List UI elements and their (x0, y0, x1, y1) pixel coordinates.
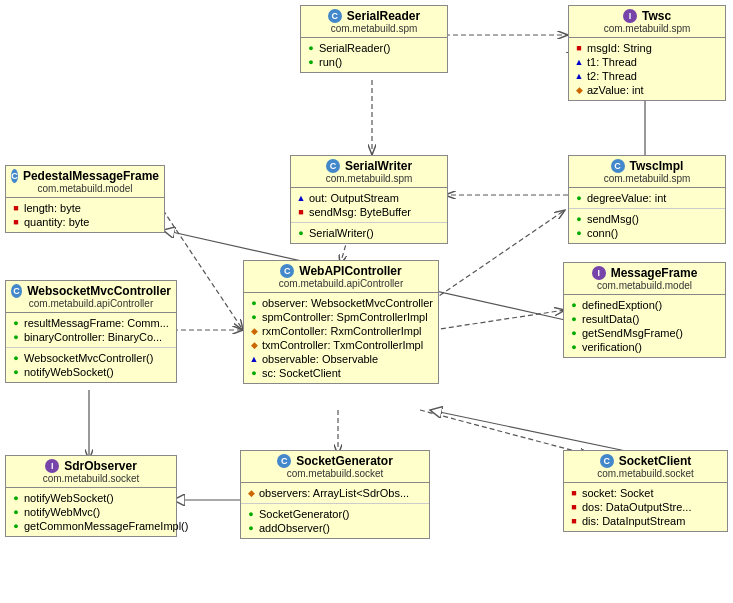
so-name: SdrObserver (64, 459, 137, 473)
member: ● notifyWebSocket() (11, 491, 171, 505)
public-icon: ● (574, 228, 584, 238)
public-icon: ● (11, 507, 21, 517)
serial-reader-methods: ● SerialReader() ● run() (301, 38, 447, 72)
sg-package: com.metabuild.socket (246, 468, 424, 479)
pmf-name: PedestalMessageFrame (23, 169, 159, 183)
member: ▲ observable: Observable (249, 352, 433, 366)
public-icon: ● (11, 521, 21, 531)
ti-fields: ● degreeValue: int (569, 188, 725, 209)
sw-fields: ▲ out: OutputStream ■ sendMsg: ByteBuffe… (291, 188, 447, 223)
sg-fields: ◆ observers: ArrayList<SdrObs... (241, 483, 429, 504)
svg-line-14 (420, 410, 590, 455)
sg-methods: ● SocketGenerator() ● addObserver() (241, 504, 429, 538)
mf-package: com.metabuild.model (569, 280, 720, 291)
member: ◆ txmController: TxmControllerImpl (249, 338, 433, 352)
class-pedestal-message-frame: C PedestalMessageFrame com.metabuild.mod… (5, 165, 165, 233)
member: ● notifyWebMvc() (11, 505, 171, 519)
member: ● binaryController: BinaryCo... (11, 330, 171, 344)
member: ▲ t2: Thread (574, 69, 720, 83)
member: ● addObserver() (246, 521, 424, 535)
public-icon: ● (574, 214, 584, 224)
public-icon: ● (11, 318, 21, 328)
wmc-name: WebsocketMvcController (27, 284, 171, 298)
member: ● verification() (569, 340, 720, 354)
member: ● resultData() (569, 312, 720, 326)
member: ◆ azValue: int (574, 83, 720, 97)
member: ■ socket: Socket (569, 486, 722, 500)
wmc-package: com.metabuild.apiController (11, 298, 171, 309)
class-sdr-observer: I SdrObserver com.metabuild.socket ● not… (5, 455, 177, 537)
twsc-fields: ■ msgId: String ▲ t1: Thread ▲ t2: Threa… (569, 38, 725, 100)
private-icon: ■ (574, 43, 584, 53)
member: ● sc: SocketClient (249, 366, 433, 380)
member: ● sendMsg() (574, 212, 720, 226)
sg-name: SocketGenerator (296, 454, 393, 468)
sw-methods: ● SerialWriter() (291, 223, 447, 243)
mf-name: MessageFrame (611, 266, 698, 280)
member: ● degreeValue: int (574, 191, 720, 205)
wmc-fields: ● resultMessagFrame: Comm... ● binaryCon… (6, 313, 176, 348)
member: ● definedExption() (569, 298, 720, 312)
package-icon: ◆ (249, 326, 259, 336)
member: ◆ observers: ArrayList<SdrObs... (246, 486, 424, 500)
class-serial-writer: C SerialWriter com.metabuild.spm ▲ out: … (290, 155, 448, 244)
package-icon: ◆ (246, 488, 256, 498)
class-twsc-impl: C TwscImpl com.metabuild.spm ● degreeVal… (568, 155, 726, 244)
twsc-name: Twsc (642, 9, 671, 23)
ti-name: TwscImpl (630, 159, 684, 173)
member: ● run() (306, 55, 442, 69)
pmf-package: com.metabuild.model (11, 183, 159, 194)
class-websocket-mvc-controller: C WebsocketMvcController com.metabuild.a… (5, 280, 177, 383)
ti-methods: ● sendMsg() ● conn() (569, 209, 725, 243)
protected-icon: ▲ (574, 71, 584, 81)
member: ● SocketGenerator() (246, 507, 424, 521)
member: ● spmController: SpmControllerImpl (249, 310, 433, 324)
public-icon: ● (249, 368, 259, 378)
member: ▲ out: OutputStream (296, 191, 442, 205)
private-icon: ■ (11, 217, 21, 227)
uml-diagram: Thread C (0, 0, 733, 603)
member: ▲ t1: Thread (574, 55, 720, 69)
member: ● SerialWriter() (296, 226, 442, 240)
member: ◆ rxmContoller: RxmControllerImpl (249, 324, 433, 338)
private-icon: ■ (569, 502, 579, 512)
svg-line-16 (430, 410, 645, 455)
public-icon: ● (569, 342, 579, 352)
public-icon: ● (574, 193, 584, 203)
pmf-fields: ■ length: byte ■ quantity: byte (6, 198, 164, 232)
public-icon: ● (11, 332, 21, 342)
class-twsc: I Twsc com.metabuild.spm ■ msgId: String… (568, 5, 726, 101)
protected-icon: ▲ (296, 193, 306, 203)
svg-line-10 (433, 310, 565, 330)
twsc-package: com.metabuild.spm (574, 23, 720, 34)
public-icon: ● (249, 298, 259, 308)
sc-name: SocketClient (619, 454, 692, 468)
public-icon: ● (569, 314, 579, 324)
member: ● notifyWebSocket() (11, 365, 171, 379)
serial-reader-name: SerialReader (347, 9, 420, 23)
member: ● getCommonMessageFrameImpl() (11, 519, 171, 533)
wac-fields: ● observer: WebsocketMvcController ● spm… (244, 293, 438, 383)
public-icon: ● (296, 228, 306, 238)
member: ■ sendMsg: ByteBuffer (296, 205, 442, 219)
sc-package: com.metabuild.socket (569, 468, 722, 479)
sc-fields: ■ socket: Socket ■ dos: DataOutputStre..… (564, 483, 727, 531)
package-icon: ◆ (249, 340, 259, 350)
public-icon: ● (569, 328, 579, 338)
public-icon: ● (246, 523, 256, 533)
public-icon: ● (306, 43, 316, 53)
member: ● WebsocketMvcController() (11, 351, 171, 365)
private-icon: ■ (569, 516, 579, 526)
wmc-methods: ● WebsocketMvcController() ● notifyWebSo… (6, 348, 176, 382)
public-icon: ● (246, 509, 256, 519)
member: ■ quantity: byte (11, 215, 159, 229)
member: ● conn() (574, 226, 720, 240)
wac-name: WebAPIController (299, 264, 401, 278)
public-icon: ● (11, 353, 21, 363)
class-serial-reader: C SerialReader com.metabuild.spm ● Seria… (300, 5, 448, 73)
public-icon: ● (11, 367, 21, 377)
class-message-frame: I MessageFrame com.metabuild.model ● def… (563, 262, 726, 358)
member: ● observer: WebsocketMvcController (249, 296, 433, 310)
so-methods: ● notifyWebSocket() ● notifyWebMvc() ● g… (6, 488, 176, 536)
sw-name: SerialWriter (345, 159, 412, 173)
